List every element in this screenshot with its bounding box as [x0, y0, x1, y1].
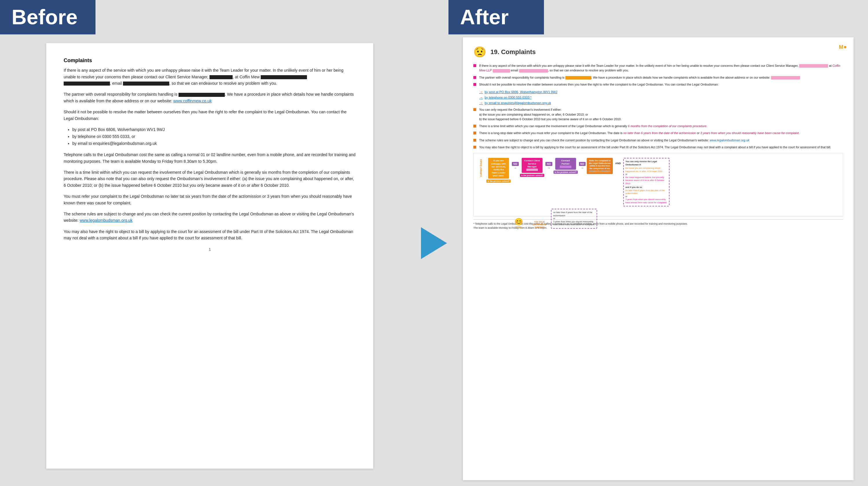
bullet-telephone: by telephone on 0300 555 0333, or [72, 133, 356, 140]
past-label: THE ISSUE HAPPENED IN THE PAST [531, 221, 548, 228]
logo-area: M [836, 42, 849, 52]
para-4: Telephone calls to the Legal Ombudsman c… [64, 152, 356, 164]
arrow-3: → [581, 166, 584, 170]
fc-dashed-box-1: You can only involve the Legal Ombudsman… [623, 158, 670, 206]
redacted-addr2 [64, 82, 110, 86]
no-badge-2: NO [546, 162, 552, 166]
r-redact-partner [565, 76, 591, 79]
right-bullet-8: You may also have the right to object to… [473, 145, 843, 150]
right-text-7: The scheme rules are subject to change a… [479, 138, 749, 142]
contact-link-post[interactable]: → by post at PO Box 6806, Wolverhampton … [479, 90, 843, 94]
para-1: If there is any aspect of the service wi… [64, 67, 356, 87]
fc-box-4: Refer the complaint to the Legal Ombudsm… [587, 158, 613, 174]
arrow-icon-post: → [479, 90, 483, 94]
redacted-address [261, 75, 307, 79]
r-redact-name1 [799, 64, 828, 68]
bullet-post: by post at PO Box 6806, Wolverhampton WV… [72, 126, 356, 133]
dashed-text-2b: or [553, 217, 595, 220]
dashed-text-1f: 3 years from when you should reasonably … [625, 198, 667, 204]
no-3-area: NO → [579, 162, 586, 170]
bullet-icon-1 [473, 64, 476, 67]
right-text-3: Should it not be possible to resolve the… [479, 82, 719, 87]
play-arrow-icon [421, 227, 447, 259]
link-lo-right[interactable]: www.legalombudsman.org.uk [710, 138, 749, 142]
section-header: 😟 19. Complaints [473, 46, 843, 58]
bullet-icon-6 [473, 132, 476, 134]
dashed-text-1c: the issue happened before, but you only … [625, 176, 667, 185]
arrow-1: → [514, 166, 517, 170]
after-document: M 😟 19. Complaints If there is any aspec… [463, 37, 854, 480]
redacted-email-1 [123, 82, 169, 86]
dashed-text-1a: the issue you are complaining about happ… [625, 167, 667, 173]
dashed-text-2c: 3 years from when you should reasonably … [553, 220, 595, 226]
section-title: 19. Complaints [490, 48, 535, 56]
left-panel: Before Complaints If there is any aspect… [0, 0, 420, 486]
company-logo: M [836, 42, 849, 52]
dashed-text-1e: or [625, 195, 667, 198]
right-text-5: There is a time limit within which you c… [479, 124, 707, 128]
arrow-panel [420, 0, 448, 486]
after-title: After [460, 5, 509, 29]
para-6: You must refer your complaint to the Leg… [64, 193, 356, 206]
para-7: The scheme rules are subject to change a… [64, 211, 356, 224]
right-bullet-2: The partner with overall responsibility … [473, 75, 843, 80]
bullet-icon-7 [473, 139, 476, 142]
link-coffinmew[interactable]: www.coffinmew.co.uk [173, 99, 212, 103]
smiley-yes-icon: 😊 [515, 218, 523, 226]
bullet-icon-4 [473, 108, 476, 111]
bullet-icon-8 [473, 146, 476, 149]
and-area: AND [615, 162, 621, 165]
doc-title: Complaints [64, 58, 356, 64]
dashed-text-1b: or [625, 173, 667, 176]
para-2: The partner with overall responsibility … [64, 91, 356, 104]
para-8: You may also have the right to object to… [64, 228, 356, 241]
r-redact-email1 [519, 69, 548, 72]
fc-box-1: If you are unhappy with our services, no… [488, 158, 509, 179]
right-bullet-7: The scheme rules are subject to change a… [473, 138, 843, 142]
dashed-text-2a: no later than 6 years from the date of t… [553, 211, 595, 217]
contact-link-phone[interactable]: → by telephone on 0300 555 0333 * [479, 95, 843, 99]
bullet-icon-2 [473, 76, 476, 79]
fc-box-3: Contact Partner [555, 158, 576, 170]
right-text-1: If there is any aspect of the service wi… [479, 63, 843, 73]
current-issues-text: CURRENT ISSUES [480, 159, 482, 177]
and-label: AND [615, 162, 621, 165]
right-text-2: The partner with overall responsibility … [479, 75, 800, 80]
right-panel: After M 😟 19. Complaints If the [448, 0, 868, 486]
fc-dashed-box-2: no later than 6 years from the date of t… [551, 209, 597, 229]
right-bullet-5: There is a time limit within which you c… [473, 124, 843, 128]
current-issues-label: CURRENT ISSUES [476, 159, 485, 177]
fc-box-1-question: Is the problem solved? [486, 180, 511, 183]
no-badge-3: NO [579, 162, 586, 166]
flowchart: CURRENT ISSUES If you are unhappy with o… [473, 153, 843, 217]
fc-box-2-question: Is the problem solved? [520, 174, 544, 177]
right-bullet-list-2: You can only request the Ombudsman's inv… [473, 107, 843, 150]
logo-icon: M [839, 44, 843, 50]
para-5: There is a time limit within which you c… [64, 169, 356, 189]
before-title: Before [11, 5, 78, 29]
contact-link-email[interactable]: → by email to enquiries@legalombudsman.o… [479, 101, 843, 105]
link-legalombudsman-1[interactable]: www.legalombudsman.org.uk [80, 218, 132, 223]
bullet-icon-3 [473, 83, 476, 86]
para-3: Should it not be possible to resolve the… [64, 109, 356, 122]
fc-box-2: Contact Client Service Manager [522, 158, 542, 173]
past-label-text: THE ISSUE HAPPENED IN THE PAST [531, 221, 548, 228]
right-text-8: You may also have the right to object to… [479, 145, 831, 150]
redacted-partner [179, 93, 225, 97]
contact-links-list: → by post at PO Box 6806, Wolverhampton … [479, 90, 843, 105]
before-document: Complaints If there is any aspect of the… [46, 43, 373, 468]
no-1-area: NO → [512, 162, 519, 170]
arrow-icon-phone: → [479, 95, 483, 99]
after-header: After [448, 0, 544, 34]
page-number: 1 [64, 247, 356, 252]
right-bullet-3: Should it not be possible to resolve the… [473, 82, 843, 87]
dashed-title-1: You can only involve the Legal Ombudsman… [625, 160, 667, 166]
yes-area: 😊 YES! [508, 218, 529, 229]
fc-box-3-question: Is the problem solved? [554, 170, 578, 174]
arrow-2: → [547, 166, 551, 170]
no-2-area: NO → [546, 162, 552, 170]
logo-dot [844, 46, 846, 48]
bullet-email: by email to enquiries@legalombudsman.org… [72, 140, 356, 147]
redacted-name-1 [210, 75, 232, 79]
right-bullet-6: There is a long-stop date within which y… [473, 131, 843, 135]
